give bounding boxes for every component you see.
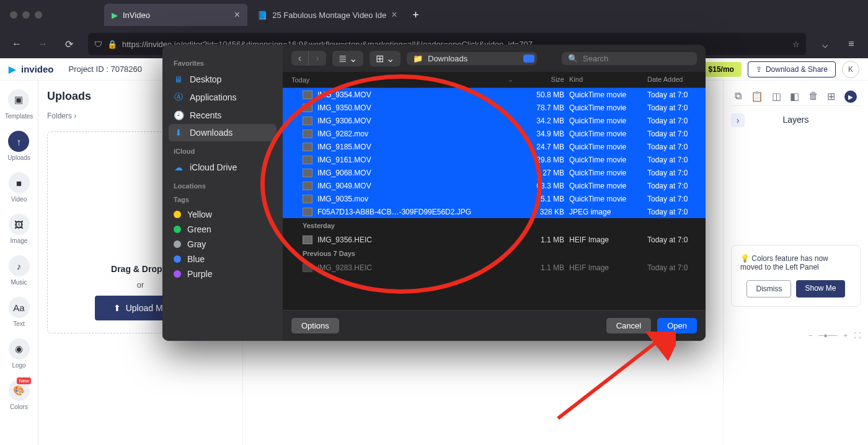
rail-templates[interactable]: ▣Templates <box>5 89 33 120</box>
sidebar-downloads[interactable]: ⬇Downloads <box>169 124 277 141</box>
logo-icon: ◉ <box>9 338 30 359</box>
dialog-forward-icon[interactable]: › <box>309 51 326 66</box>
options-button[interactable]: Options <box>291 318 339 333</box>
file-thumb-icon <box>303 143 312 151</box>
copy-icon[interactable]: ⧉ <box>735 90 742 103</box>
current-folder-dropdown[interactable]: 📁 Downloads <box>407 52 537 65</box>
list-view-dropdown[interactable]: ≣⌄ <box>332 51 363 66</box>
file-row[interactable]: IMG_9035.mov25.1 MBQuickTime movieToday … <box>283 192 706 205</box>
col-name-header[interactable]: Today⌄ <box>291 76 513 84</box>
back-button[interactable]: ← <box>6 33 27 55</box>
shield-icon: 🛡 <box>94 40 102 49</box>
tag-blue[interactable]: Blue <box>169 252 277 267</box>
rail-music[interactable]: ♪Music <box>9 255 30 286</box>
minimize-window[interactable] <box>22 11 30 19</box>
file-thumb-icon <box>303 263 312 272</box>
file-thumb-icon <box>303 117 312 125</box>
zoom-out-icon[interactable]: − <box>808 332 812 339</box>
file-row[interactable]: IMG_9356.HEIC1.1 MBHEIF ImageToday at 7:… <box>283 233 706 246</box>
tag-gray[interactable]: Gray <box>169 237 277 252</box>
file-row[interactable]: F05A7D13-AB8B-4CB…-309FD99E56D2.JPG328 K… <box>283 205 706 218</box>
show-me-button[interactable]: Show Me <box>796 280 844 297</box>
col-kind-header[interactable]: Kind <box>569 76 647 84</box>
tab-montage[interactable]: 📘 25 Fabulous Montage Video Ide × <box>250 4 404 26</box>
file-row[interactable]: IMG_9282.mov34.9 MBQuickTime movieToday … <box>283 127 706 140</box>
paste-icon[interactable]: 📋 <box>751 90 763 103</box>
file-row[interactable]: IMG_9161.MOV29.8 MBQuickTime movieToday … <box>283 153 706 166</box>
file-thumb-icon <box>303 130 312 138</box>
file-row[interactable]: IMG_9354.MOV50.8 MBQuickTime movieToday … <box>283 88 706 101</box>
file-row[interactable]: IMG_9283.HEIC1.1 MBHEIF ImageToday at 7:… <box>283 261 706 274</box>
reload-button[interactable]: ⟳ <box>58 33 79 55</box>
right-panel: ⧉ 📋 ◫ ◧ 🗑 ⊞ ▶ › Layers 💡 Colors feature … <box>723 81 868 445</box>
align-icon[interactable]: ◧ <box>790 90 799 103</box>
tag-purple[interactable]: Purple <box>169 267 277 281</box>
left-rail: ▣Templates ↑Uploads ■Video 🖼Image ♪Music… <box>0 81 38 445</box>
rail-uploads[interactable]: ↑Uploads <box>7 131 30 161</box>
sidebar-desktop[interactable]: 🖥Desktop <box>169 71 277 88</box>
chevron-down-icon: ⌄ <box>349 53 357 64</box>
maximize-window[interactable] <box>35 11 42 19</box>
menu-icon[interactable]: ≡ <box>841 33 862 55</box>
chevron-down-icon: ⌄ <box>386 53 394 64</box>
file-thumb-icon <box>303 208 312 216</box>
search-field[interactable]: 🔍 Search <box>562 52 697 65</box>
file-row[interactable]: IMG_9350.MOV78.7 MBQuickTime movieToday … <box>283 101 706 114</box>
cancel-button[interactable]: Cancel <box>606 318 651 333</box>
share-icon: ⇪ <box>756 65 762 74</box>
zoom-slider[interactable]: ─●── <box>819 332 838 339</box>
rail-logo[interactable]: ◉Logo <box>9 338 30 369</box>
lightbulb-icon: 💡 <box>740 254 750 263</box>
duplicate-icon[interactable]: ◫ <box>772 90 781 103</box>
col-size-header[interactable]: Size <box>513 76 569 84</box>
upgrade-price: $15/mo <box>709 65 734 74</box>
file-row[interactable]: IMG_9306.MOV34.2 MBQuickTime movieToday … <box>283 114 706 127</box>
group-dropdown[interactable]: ⊞⌄ <box>370 51 401 66</box>
zoom-in-icon[interactable]: + <box>844 332 848 339</box>
fit-icon[interactable]: ⛶ <box>854 332 861 339</box>
colors-notice: 💡 Colors feature has now moved to the Le… <box>731 245 861 307</box>
avatar[interactable]: K <box>842 61 859 78</box>
tag-green[interactable]: Green <box>169 222 277 237</box>
col-date-header[interactable]: Date Added <box>647 76 697 84</box>
close-window[interactable] <box>10 11 17 19</box>
play-icon[interactable]: ▶ <box>844 90 857 103</box>
collapse-layers-icon[interactable]: › <box>731 113 745 127</box>
apps-icon: Ⓐ <box>174 92 184 103</box>
tag-dot-icon <box>174 270 181 278</box>
file-row[interactable]: IMG_9068.MOV27 MBQuickTime movieToday at… <box>283 166 706 179</box>
file-thumb-icon <box>303 236 312 244</box>
download-share-button[interactable]: ⇪ Download & Share <box>748 61 836 77</box>
upload-icon: ↑ <box>8 131 29 152</box>
blog-favicon-icon: 📘 <box>257 11 267 20</box>
rail-text[interactable]: AaText <box>9 297 30 327</box>
tag-yellow[interactable]: Yellow <box>169 207 277 222</box>
tab-label: InVideo <box>123 11 150 20</box>
nav-back-forward: ‹ › <box>291 51 326 66</box>
close-tab-icon[interactable]: × <box>391 9 397 20</box>
rail-colors[interactable]: New🎨Colors <box>9 380 30 410</box>
new-tab-button[interactable]: + <box>407 6 425 24</box>
pocket-icon[interactable]: ⌵ <box>815 33 836 55</box>
open-button[interactable]: Open <box>657 318 697 333</box>
tab-invideo[interactable]: ▶ InVideo × <box>104 4 247 26</box>
sidebar-applications[interactable]: ⒶApplications <box>169 88 277 107</box>
dialog-back-icon[interactable]: ‹ <box>291 51 309 66</box>
file-row[interactable]: IMG_9049.MOV63.3 MBQuickTime movieToday … <box>283 179 706 192</box>
logo[interactable]: ▶ invideo <box>9 64 54 75</box>
dismiss-button[interactable]: Dismiss <box>746 280 791 297</box>
sidebar-recents[interactable]: 🕘Recents <box>169 107 277 124</box>
grid-icon[interactable]: ⊞ <box>827 90 835 103</box>
trash-icon[interactable]: 🗑 <box>808 90 818 103</box>
bookmark-star-icon[interactable]: ☆ <box>792 40 800 49</box>
forward-button[interactable]: → <box>32 33 53 55</box>
rail-image[interactable]: 🖼Image <box>9 214 30 244</box>
rail-video[interactable]: ■Video <box>9 172 30 203</box>
file-open-dialog: Favorites 🖥Desktop ⒶApplications 🕘Recent… <box>162 45 706 341</box>
rp-toolbar: ⧉ 📋 ◫ ◧ 🗑 ⊞ ▶ <box>731 88 861 106</box>
file-row[interactable]: IMG_9185.MOV24.7 MBQuickTime movieToday … <box>283 140 706 153</box>
close-tab-icon[interactable]: × <box>234 9 240 20</box>
sidebar-icloud-drive[interactable]: ☁iCloud Drive <box>169 159 277 176</box>
upgrade-button[interactable]: $15/mo <box>701 62 742 77</box>
tag-dot-icon <box>174 255 181 263</box>
